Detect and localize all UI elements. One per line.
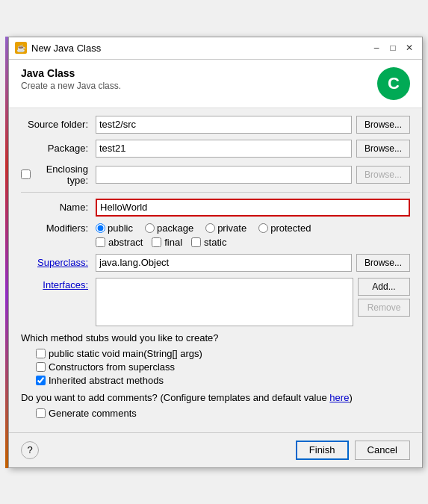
abstract-checkbox[interactable]: [96, 237, 105, 247]
interfaces-section: Interfaces: Add... Remove: [21, 278, 410, 326]
public-radio-label[interactable]: public: [96, 223, 133, 234]
source-folder-browse-button[interactable]: Browse...: [356, 116, 410, 134]
comments-title-suffix: ): [349, 392, 352, 403]
access-modifier-group: public package private protected: [96, 223, 311, 234]
public-radio[interactable]: [96, 223, 105, 233]
static-label: static: [204, 237, 226, 248]
package-radio[interactable]: [145, 223, 155, 233]
public-label: public: [108, 223, 133, 234]
superclass-row: Superclass: Browse...: [21, 254, 410, 272]
constructors-checkbox[interactable]: [36, 362, 46, 372]
name-input[interactable]: [96, 199, 410, 217]
header-subtitle: Create a new Java class.: [21, 81, 121, 91]
finish-button[interactable]: Finish: [296, 441, 349, 460]
enclosing-type-browse-button[interactable]: Browse...: [356, 166, 410, 184]
enclosing-type-checkbox[interactable]: [21, 169, 31, 179]
enclosing-type-row: Enclosing type: Browse...: [21, 164, 410, 186]
inherited-checkbox[interactable]: [36, 376, 46, 385]
protected-label: protected: [270, 223, 311, 234]
main-method-checkbox[interactable]: [36, 349, 46, 358]
header-title: Java Class: [21, 67, 121, 79]
dialog-footer: ? Finish Cancel: [9, 432, 422, 467]
help-button[interactable]: ?: [21, 441, 39, 459]
private-label: private: [217, 223, 246, 234]
abstract-checkbox-label[interactable]: abstract: [96, 237, 143, 248]
package-label: Package:: [21, 143, 96, 154]
inherited-checkbox-label[interactable]: Inherited abstract methods: [36, 375, 410, 386]
comments-section: Do you want to add comments? (Configure …: [21, 392, 410, 419]
package-label: package: [157, 223, 193, 234]
package-browse-button[interactable]: Browse...: [356, 140, 410, 158]
add-interface-button[interactable]: Add...: [358, 278, 410, 296]
protected-radio[interactable]: [258, 223, 268, 233]
name-label: Name:: [21, 202, 96, 213]
modifiers-access-row: Modifiers: public package private: [21, 223, 410, 234]
superclass-input[interactable]: [96, 254, 352, 272]
main-method-checkbox-label[interactable]: public static void main(String[] args): [36, 348, 410, 359]
stubs-title: Which method stubs would you like to cre…: [21, 332, 410, 343]
header-logo: C: [377, 67, 410, 100]
interfaces-list: [96, 278, 353, 326]
package-input[interactable]: [96, 140, 352, 158]
modifiers-section: Modifiers: public package private: [21, 223, 410, 248]
superclass-label[interactable]: Superclass:: [21, 257, 96, 268]
constructors-checkbox-label[interactable]: Constructors from superclass: [36, 361, 410, 373]
final-checkbox[interactable]: [152, 237, 161, 247]
comments-title: Do you want to add comments? (Configure …: [21, 392, 410, 403]
generate-comments-label: Generate comments: [49, 408, 137, 419]
inherited-label: Inherited abstract methods: [49, 375, 164, 386]
source-folder-label: Source folder:: [21, 119, 96, 130]
stubs-section: Which method stubs would you like to cre…: [21, 332, 410, 386]
main-method-label: public static void main(String[] args): [49, 348, 202, 359]
title-bar: ☕ New Java Class – □ ✕: [9, 37, 422, 60]
header-section: Java Class Create a new Java class. C: [9, 60, 422, 108]
interfaces-label[interactable]: Interfaces:: [21, 278, 96, 290]
package-radio-label[interactable]: package: [145, 223, 193, 234]
static-checkbox-label[interactable]: static: [191, 237, 226, 248]
constructors-label: Constructors from superclass: [49, 361, 175, 373]
comments-here-link[interactable]: here: [329, 392, 349, 403]
modifier-checkboxes-row: abstract final static: [96, 237, 410, 248]
remove-interface-button[interactable]: Remove: [358, 299, 410, 317]
static-checkbox[interactable]: [191, 237, 201, 247]
private-radio[interactable]: [205, 223, 215, 233]
comments-title-prefix: Do you want to add comments? (Configure …: [21, 392, 329, 403]
window-title: New Java Class: [31, 43, 101, 54]
enclosing-type-label: Enclosing type:: [34, 164, 88, 186]
private-radio-label[interactable]: private: [205, 223, 246, 234]
modifiers-label: Modifiers:: [21, 223, 96, 234]
window-controls: – □ ✕: [370, 41, 416, 55]
enclosing-type-checkbox-label[interactable]: Enclosing type:: [21, 164, 88, 186]
source-folder-input[interactable]: [96, 116, 352, 134]
package-row: Package: Browse...: [21, 140, 410, 158]
generate-comments-checkbox-label[interactable]: Generate comments: [36, 408, 410, 419]
protected-radio-label[interactable]: protected: [258, 223, 311, 234]
maximize-button[interactable]: □: [386, 41, 400, 55]
superclass-browse-button[interactable]: Browse...: [356, 254, 410, 272]
final-checkbox-label[interactable]: final: [152, 237, 182, 248]
name-row: Name:: [21, 199, 410, 217]
enclosing-type-input[interactable]: [96, 166, 352, 184]
minimize-button[interactable]: –: [370, 41, 383, 55]
cancel-button[interactable]: Cancel: [355, 441, 410, 460]
window-icon: ☕: [15, 42, 27, 54]
interfaces-buttons: Add... Remove: [358, 278, 410, 317]
generate-comments-checkbox[interactable]: [36, 408, 46, 418]
source-folder-row: Source folder: Browse...: [21, 116, 410, 134]
stubs-items: public static void main(String[] args) C…: [21, 348, 410, 386]
close-button[interactable]: ✕: [403, 41, 416, 55]
abstract-label: abstract: [108, 237, 143, 248]
final-label: final: [164, 237, 182, 248]
